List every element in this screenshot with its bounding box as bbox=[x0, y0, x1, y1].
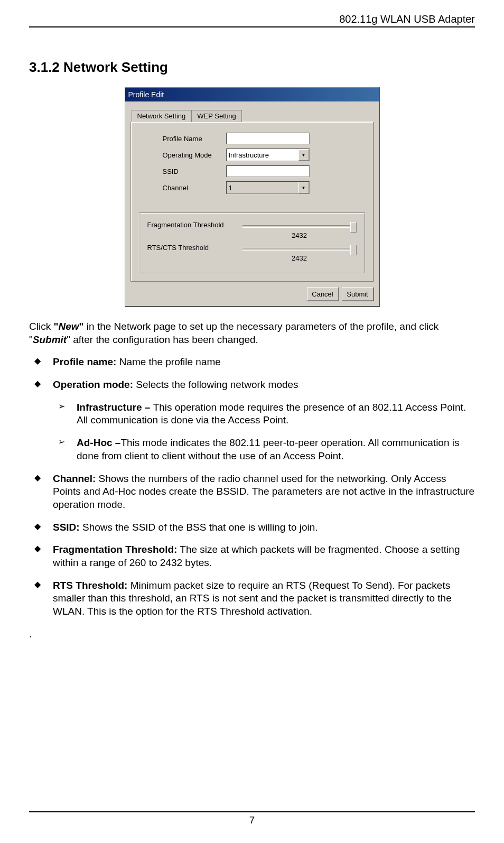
dialog-titlebar: Profile Edit bbox=[125, 88, 379, 101]
operating-mode-label: Operating Mode bbox=[163, 151, 226, 159]
chevron-down-icon: ▼ bbox=[298, 149, 309, 161]
bullet-operation-mode: Operation mode: Selects the following ne… bbox=[29, 378, 475, 462]
body-content: Click "New" in the Network page to set u… bbox=[29, 320, 475, 641]
channel-label: Channel bbox=[163, 184, 226, 192]
tab-network-setting[interactable]: Network Setting bbox=[132, 110, 192, 122]
dialog-figure: Profile Edit Network Setting WEP Setting… bbox=[29, 87, 475, 307]
tab-bar: Network Setting WEP Setting bbox=[132, 109, 374, 122]
channel-value: 1 bbox=[227, 184, 232, 192]
footer-rule bbox=[29, 811, 475, 812]
profile-name-input[interactable] bbox=[226, 133, 310, 144]
sub-adhoc: Ad-Hoc –This mode indicates the 802.11 p… bbox=[53, 437, 475, 462]
profile-name-label: Profile Name bbox=[163, 135, 226, 143]
cancel-button[interactable]: Cancel bbox=[307, 287, 339, 301]
operating-mode-value: Infrastructure bbox=[227, 151, 269, 159]
header-product: 802.11g WLAN USB Adapter bbox=[29, 13, 475, 25]
profile-edit-dialog: Profile Edit Network Setting WEP Setting… bbox=[125, 87, 380, 307]
slider-thumb-icon[interactable] bbox=[350, 222, 357, 233]
rts-label: RTS/CTS Threshold bbox=[147, 244, 242, 252]
tab-panel: Profile Name Operating Mode Infrastructu… bbox=[130, 122, 374, 282]
sub-infrastructure: Infrastructure – This operation mode req… bbox=[53, 401, 475, 427]
bullet-rts: RTS Threshold: Minimum packet size to re… bbox=[29, 579, 475, 618]
rts-slider[interactable] bbox=[242, 244, 357, 253]
chevron-down-icon: ▼ bbox=[298, 182, 309, 193]
threshold-group: Fragmentation Threshold 2432 RTS/CTS Thr… bbox=[139, 212, 365, 273]
fragmentation-label: Fragmentation Threshold bbox=[147, 221, 242, 229]
ssid-input[interactable] bbox=[226, 165, 310, 177]
slider-thumb-icon[interactable] bbox=[350, 245, 357, 255]
bullet-channel: Channel: Shows the numbers of the radio … bbox=[29, 473, 475, 512]
operating-mode-select[interactable]: Infrastructure ▼ bbox=[226, 149, 310, 161]
submit-button[interactable]: Submit bbox=[342, 287, 374, 301]
tab-wep-setting[interactable]: WEP Setting bbox=[191, 110, 241, 122]
fragmentation-slider[interactable] bbox=[242, 221, 357, 230]
channel-select: 1 ▼ bbox=[226, 181, 310, 194]
trailing-dot: . bbox=[29, 628, 475, 641]
fragmentation-value: 2432 bbox=[242, 231, 357, 239]
page-number: 7 bbox=[0, 814, 504, 826]
section-heading: 3.1.2 Network Setting bbox=[29, 59, 475, 76]
header-rule: 802.11g WLAN USB Adapter bbox=[29, 5, 475, 27]
bullet-fragmentation: Fragmentation Threshold: The size at whi… bbox=[29, 543, 475, 569]
bullet-ssid: SSID: Shows the SSID of the BSS that one… bbox=[29, 521, 475, 534]
ssid-label: SSID bbox=[163, 168, 226, 175]
intro-paragraph: Click "New" in the Network page to set u… bbox=[29, 320, 475, 346]
bullet-profile-name: Profile name: Name the profile name bbox=[29, 356, 475, 369]
rts-value: 2432 bbox=[242, 254, 357, 262]
